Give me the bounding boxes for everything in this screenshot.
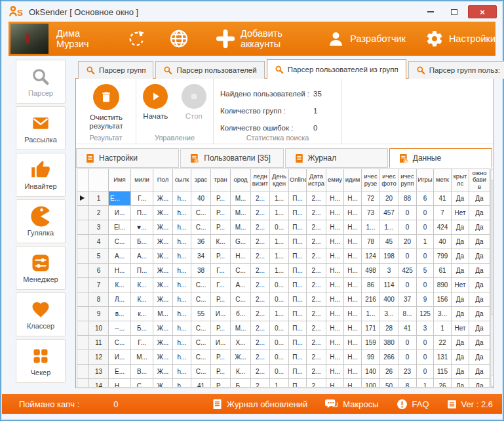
minimize-button[interactable] <box>421 5 440 18</box>
table-cell[interactable]: Р... <box>211 191 231 206</box>
table-cell[interactable]: П... <box>289 350 307 365</box>
table-cell[interactable]: 131 <box>434 350 452 365</box>
table-cell[interactable]: Нет <box>452 278 469 292</box>
table-cell[interactable]: h... <box>173 249 191 264</box>
column-header[interactable]: Online <box>289 169 307 191</box>
table-cell[interactable]: 140 <box>362 365 380 379</box>
table-cell[interactable]: 2... <box>251 220 270 235</box>
row-number[interactable]: 1 <box>89 191 109 206</box>
row-marker-cell[interactable] <box>77 379 89 388</box>
table-cell[interactable]: 457 <box>380 206 398 220</box>
table-cell[interactable]: Н... <box>109 379 131 388</box>
row-marker-cell[interactable] <box>77 278 89 292</box>
table-cell[interactable]: El... <box>109 220 131 235</box>
table-cell[interactable]: 55 <box>191 307 211 321</box>
table-cell[interactable]: Да <box>452 264 469 278</box>
statusbar-link-1[interactable]: Макросы <box>325 399 378 410</box>
table-cell[interactable]: 124 <box>362 249 380 264</box>
table-cell[interactable]: 114 <box>380 278 398 292</box>
table-cell[interactable]: Н... <box>326 292 344 307</box>
table-cell[interactable]: П... <box>289 365 307 379</box>
table-cell[interactable]: П... <box>289 191 307 206</box>
column-header[interactable]: ледн визит <box>251 169 270 191</box>
inner-tab-2[interactable]: Журнал <box>285 148 388 168</box>
table-cell[interactable]: 1 <box>417 235 434 249</box>
column-header[interactable]: ичес фото <box>380 169 398 191</box>
table-cell[interactable]: 28 <box>380 321 398 336</box>
table-cell[interactable]: 115 <box>434 365 452 379</box>
table-cell[interactable]: 2... <box>251 235 270 249</box>
table-cell[interactable]: К... <box>109 278 131 292</box>
table-cell[interactable]: Нет <box>452 321 469 336</box>
table-cell[interactable]: 125 <box>417 307 434 321</box>
table-cell[interactable]: Е... <box>109 365 131 379</box>
table-cell[interactable]: Да <box>452 191 469 206</box>
table-cell[interactable]: 45 <box>380 235 398 249</box>
table-cell[interactable]: Н... <box>326 336 344 350</box>
table-cell[interactable]: 0 <box>417 206 434 220</box>
developer-button[interactable]: Разработчик <box>327 30 406 48</box>
row-number[interactable]: 8 <box>89 292 109 307</box>
table-cell[interactable]: П... <box>131 206 153 220</box>
row-marker-cell[interactable] <box>77 220 89 235</box>
sidebar-item-5[interactable]: Классер <box>16 292 66 336</box>
table-cell[interactable]: 0 <box>417 278 434 292</box>
table-cell[interactable]: Ж... <box>153 278 173 292</box>
table-cell[interactable]: И... <box>109 206 131 220</box>
table-cell[interactable]: Да <box>469 365 490 379</box>
scroll-down-button[interactable] <box>491 375 493 386</box>
row-number[interactable]: 3 <box>89 220 109 235</box>
column-header[interactable]: ичес рупп <box>398 169 417 191</box>
table-cell[interactable]: 1... <box>380 220 398 235</box>
table-cell[interactable]: П... <box>131 264 153 278</box>
row-marker-cell[interactable] <box>77 235 89 249</box>
column-header[interactable]: метк <box>434 169 452 191</box>
statusbar-link-0[interactable]: Журнал обновлений <box>212 399 307 410</box>
table-cell[interactable]: 3 <box>380 264 398 278</box>
row-number[interactable]: 14 <box>89 379 109 388</box>
table-cell[interactable]: И... <box>211 336 231 350</box>
table-cell[interactable]: М... <box>231 206 251 220</box>
table-cell[interactable]: ♥... <box>131 220 153 235</box>
row-number[interactable]: 4 <box>89 235 109 249</box>
table-cell[interactable]: h... <box>173 365 191 379</box>
table-cell[interactable]: 1... <box>270 264 289 278</box>
table-cell[interactable]: 2... <box>251 336 270 350</box>
table-cell[interactable]: 3... <box>434 307 452 321</box>
table-cell[interactable]: Н... <box>344 321 362 336</box>
table-cell[interactable]: 7 <box>434 206 452 220</box>
table-cell[interactable]: Да <box>469 321 490 336</box>
table-cell[interactable]: 20 <box>398 235 417 249</box>
column-header[interactable]: ожно бави в <box>469 169 490 191</box>
sidebar-item-4[interactable]: Менеджер <box>16 246 66 290</box>
table-cell[interactable]: М... <box>131 350 153 365</box>
table-cell[interactable]: G... <box>231 235 251 249</box>
table-cell[interactable]: Р... <box>211 379 231 388</box>
table-cell[interactable]: 2... <box>251 191 270 206</box>
table-cell[interactable]: Ж... <box>153 321 173 336</box>
table-cell[interactable]: h... <box>173 292 191 307</box>
table-cell[interactable]: Ж... <box>231 350 251 365</box>
row-number[interactable]: 10 <box>89 321 109 336</box>
table-cell[interactable]: М... <box>153 307 173 321</box>
column-header[interactable]: тран <box>211 169 231 191</box>
table-cell[interactable]: Ж... <box>153 206 173 220</box>
table-cell[interactable]: h... <box>173 206 191 220</box>
table-cell[interactable]: Н... <box>326 307 344 321</box>
scrollbar-thumb[interactable] <box>492 180 493 315</box>
table-cell[interactable]: 2... <box>251 292 270 307</box>
table-cell[interactable]: 0 <box>417 350 434 365</box>
table-cell[interactable]: 8... <box>398 307 417 321</box>
table-cell[interactable]: Ж... <box>153 191 173 206</box>
table-cell[interactable]: 2... <box>307 336 326 350</box>
sidebar-item-2[interactable]: Инвайтер <box>16 153 66 197</box>
table-cell[interactable]: Н... <box>326 206 344 220</box>
table-cell[interactable]: Е... <box>109 191 131 206</box>
table-cell[interactable]: С... <box>191 321 211 336</box>
table-cell[interactable]: 0 <box>417 220 434 235</box>
table-cell[interactable]: 2... <box>251 321 270 336</box>
table-cell[interactable]: 41 <box>434 191 452 206</box>
table-cell[interactable]: 23 <box>398 365 417 379</box>
row-marker-cell[interactable] <box>77 321 89 336</box>
table-cell[interactable]: Х... <box>231 336 251 350</box>
